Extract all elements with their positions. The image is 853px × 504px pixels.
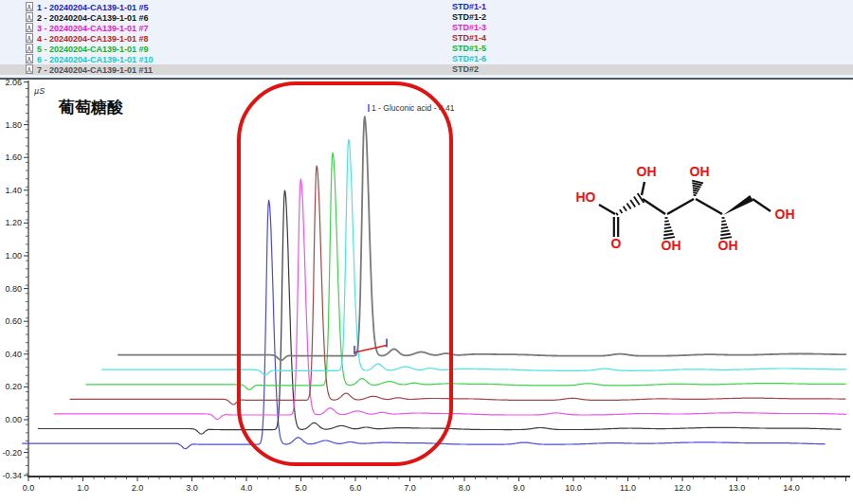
chromatogram-file-icon	[26, 64, 33, 77]
bond-hash	[664, 225, 670, 225]
legend-row-1[interactable]: 1 - 20240204-CA139-1-01 #5STD#1-1	[0, 2, 853, 12]
peak-integration-baseline	[354, 346, 387, 353]
x-tick-label: 7.0	[404, 483, 416, 493]
bond-hash	[693, 188, 699, 189]
bond-plain	[599, 205, 615, 214]
x-tick-label: 9.0	[513, 483, 525, 493]
legend-row-7[interactable]: 7 - 20240204-CA139-1-01 #11STD#2	[0, 64, 853, 75]
y-extreme-label: -0.34	[2, 471, 22, 480]
legend-sample-label: 4 - 20240204-CA139-1-01 #8	[37, 34, 149, 44]
x-tick-label: 11.0	[620, 483, 636, 493]
y-tick-label: 0.00	[5, 415, 22, 424]
y-tick-label: 0.40	[5, 350, 22, 359]
x-tick-label: 10.0	[565, 483, 582, 493]
bond-hash	[620, 209, 623, 213]
legend-sample-label: 3 - 20240204-CA139-1-01 #7	[37, 24, 149, 33]
y-tick-label: 0.20	[5, 382, 22, 391]
bond-plain	[753, 199, 771, 211]
x-tick-label: 3.0	[186, 483, 198, 493]
legend-sample-label: 1 - 20240204-CA139-1-01 #5	[37, 3, 149, 12]
legend-plot-divider	[0, 78, 853, 80]
x-tick-label: 5.0	[295, 483, 307, 493]
bond-hash	[693, 190, 699, 191]
trace-STD#1-1	[22, 200, 826, 448]
bond-hash	[634, 196, 640, 205]
x-tick-label: 0.0	[23, 483, 35, 493]
legend-row-2[interactable]: 2 - 20240204-CA139-1-01 #6STD#1-2	[0, 12, 853, 23]
bond-hash	[624, 207, 626, 211]
bond-plain	[696, 199, 722, 214]
legend-std-label: STD#1-2	[452, 12, 486, 23]
bond-hash	[693, 192, 697, 193]
trace-STD#1-2	[38, 190, 842, 434]
gluconic-acid-structure: HOOOHOHOHOHOH	[576, 164, 795, 253]
x-tick-label: 8.0	[459, 483, 471, 493]
atom-label: OH	[637, 164, 657, 179]
legend-std-label: STD#2	[452, 64, 479, 75]
bond-wedge	[723, 195, 753, 215]
bond-hash	[720, 234, 730, 235]
bond-hash	[664, 230, 673, 231]
y-tick-label: 1.80	[5, 120, 22, 130]
trace-STD#1-6	[101, 139, 846, 374]
atom-label: HO	[576, 189, 596, 205]
bond-hash	[630, 200, 635, 207]
atom-label: OH	[662, 238, 681, 253]
compound-title-cn: 葡萄糖酸	[58, 99, 124, 117]
x-tick-label: 2.0	[132, 483, 144, 493]
bond-hash	[721, 221, 725, 222]
legend-row-5[interactable]: 5 - 20240204-CA139-1-01 #9STD#1-5	[0, 44, 853, 54]
atom-label: OH	[775, 207, 795, 222]
y-tick-label: 1.00	[5, 251, 22, 261]
bond-hash	[693, 186, 701, 188]
y-tick-label: 1.20	[5, 218, 22, 227]
legend-sample-label: 2 - 20240204-CA139-1-01 #6	[37, 13, 149, 23]
atom-label: OH	[718, 238, 738, 253]
bond-plain	[642, 182, 644, 195]
y-tick-label: 1.40	[5, 186, 22, 195]
x-tick-label: 12.0	[674, 483, 691, 493]
legend-row-3[interactable]: 3 - 20240204-CA139-1-01 #7STD#1-3	[0, 23, 853, 33]
x-tick-label: 1.0	[77, 483, 89, 493]
legend-row-4[interactable]: 4 - 20240204-CA139-1-01 #8STD#1-4	[0, 33, 853, 44]
y-tick-label: 1.60	[5, 153, 22, 162]
bond-hash	[626, 203, 630, 208]
bond-hash	[663, 234, 673, 235]
x-tick-label: 13.0	[729, 483, 746, 493]
bond-hash	[664, 221, 668, 222]
bond-hash	[616, 213, 618, 215]
legend-std-label: STD#1-5	[452, 44, 486, 54]
y-axis-unit-label: µS	[34, 86, 45, 96]
legend-std-label: STD#1-4	[452, 33, 486, 44]
bond-hash	[721, 225, 727, 225]
y-tick-label: 0.80	[5, 284, 22, 294]
y-tick-label: 0.60	[5, 316, 22, 326]
x-tick-label: 6.0	[350, 483, 362, 493]
atom-label: OH	[690, 164, 710, 179]
legend-std-label: STD#1-1	[452, 2, 486, 12]
legend-sample-label: 5 - 20240204-CA139-1-01 #9	[37, 45, 149, 54]
chromatography-view: -0.200.000.200.400.600.801.001.201.401.6…	[0, 0, 853, 504]
legend-row-6[interactable]: 6 - 20240204-CA139-1-01 #10STD#1-6	[0, 54, 853, 64]
legend-sample-label: 6 - 20240204-CA139-1-01 #10	[37, 55, 154, 64]
bond-plain	[667, 199, 694, 214]
legend-std-label: STD#1-3	[452, 23, 486, 33]
bond-hash	[721, 227, 728, 228]
chromatogram-legend: 1 - 20240204-CA139-1-01 #5STD#1-1 2 - 20…	[0, 0, 853, 80]
legend-sample-label: 7 - 20240204-CA139-1-01 #11	[37, 65, 153, 75]
bond-hash	[664, 227, 671, 228]
atom-label: O	[611, 236, 622, 251]
bond-plain	[643, 199, 665, 214]
bond-hash	[694, 195, 697, 196]
x-tick-label: 14.0	[783, 483, 800, 493]
legend-std-label: STD#1-6	[452, 54, 486, 64]
x-tick-label: 4.0	[241, 483, 253, 493]
y-tick-label: -0.20	[2, 448, 22, 458]
bond-hash	[721, 230, 730, 231]
